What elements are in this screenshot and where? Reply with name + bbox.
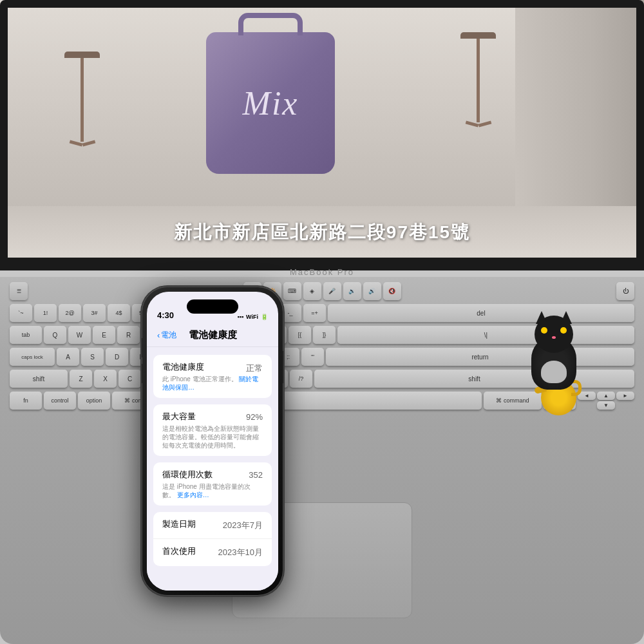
key-capslock[interactable]: caps lock [10, 348, 55, 366]
key-a[interactable]: A [57, 348, 79, 366]
key-x[interactable]: X [94, 370, 117, 388]
key-mic-off[interactable]: 🎤 [323, 282, 341, 300]
max-capacity-section: 最大容量 92% 這是相較於電池為全新狀態時測量的電池容量。較低的容量可能會縮短… [153, 404, 272, 456]
signal-icon: ▪▪▪ [238, 314, 244, 320]
iphone-screen: 4:30 ▪▪▪ WiFi 🔋 ‹ 電池 電池健康度 [147, 292, 278, 591]
key-mute[interactable]: 🔇 [383, 282, 401, 300]
manufacture-date-row: 製造日期 2023年7月 [153, 512, 272, 539]
cat-figurine [522, 312, 586, 390]
key-f4[interactable]: ◈ [303, 282, 321, 300]
volume-down-button[interactable] [142, 364, 142, 383]
key-3[interactable]: 3# [83, 304, 106, 322]
max-capacity-value: 92% [246, 412, 263, 422]
mix-bag: Mix [206, 32, 335, 174]
key-vol-up[interactable]: 🔊 [363, 282, 381, 300]
battery-health-desc: 此 iPhone 電池正常運作。 關於電池與保固… [162, 375, 263, 392]
key-w[interactable]: W [68, 326, 91, 344]
iphone-body: 4:30 ▪▪▪ WiFi 🔋 ‹ 電池 電池健康度 [142, 287, 283, 596]
key-4[interactable]: 4$ [108, 304, 130, 322]
key-f3[interactable]: ⌨ [283, 282, 301, 300]
key-arrow-down[interactable]: ▼ [597, 401, 615, 410]
dynamic-island [187, 299, 238, 314]
volume-up-button[interactable] [142, 338, 142, 357]
cycle-count-row: 循環使用次數 352 這是 iPhone 用盡電池容量的次數。 更多內容… [153, 462, 272, 506]
max-capacity-row: 最大容量 92% 這是相較於電池為全新狀態時測量的電池容量。較低的容量可能會縮短… [153, 404, 272, 456]
key-quote[interactable]: '" [301, 348, 324, 366]
first-use-value: 2023年10月 [218, 547, 263, 558]
key-command-right[interactable]: ⌘ command [484, 392, 542, 410]
key-backtick[interactable]: `~ [10, 304, 32, 322]
key-slash[interactable]: /? [290, 370, 312, 388]
address-text: 新北市新店區北新路二段97巷15號 [0, 220, 644, 245]
key-1[interactable]: 1! [34, 304, 57, 322]
key-arrow-right[interactable]: ► [616, 392, 634, 400]
key-return[interactable]: return [326, 348, 634, 366]
first-use-row: 首次使用 2023年10月 [153, 539, 272, 566]
key-delete[interactable]: del [328, 304, 634, 322]
battery-icon: 🔋 [261, 314, 268, 320]
key-bracket-right[interactable]: ]} [313, 326, 336, 344]
key-2[interactable]: 2@ [59, 304, 81, 322]
cycle-count-link[interactable]: 更多內容… [177, 491, 209, 498]
back-chevron: ‹ [157, 330, 160, 340]
key-e[interactable]: E [93, 326, 115, 344]
key-control[interactable]: control [44, 392, 76, 410]
store-stool-right [460, 32, 496, 126]
cycle-count-title: 循環使用次數 [162, 469, 263, 480]
key-hamburger[interactable]: ☰ [10, 282, 28, 300]
nav-bar: ‹ 電池 電池健康度 [147, 324, 278, 347]
dates-section: 製造日期 2023年7月 首次使用 2023年10月 [153, 512, 272, 566]
key-shift-left[interactable]: shift [10, 370, 68, 388]
back-label: 電池 [161, 330, 176, 341]
mix-logo-text: Mix [243, 84, 299, 122]
key-touchid[interactable]: ⏻ [616, 282, 634, 300]
key-shift-right[interactable]: shift [314, 370, 634, 388]
battery-health-row: 電池健康度 正常 此 iPhone 電池正常運作。 關於電池與保固… [153, 355, 272, 398]
iphone: 4:30 ▪▪▪ WiFi 🔋 ‹ 電池 電池健康度 [142, 287, 283, 596]
laptop-screen: Mix 新北市新店區北新路二段97巷15號 [0, 0, 644, 270]
status-time: 4:30 [157, 310, 174, 320]
battery-health-section: 電池健康度 正常 此 iPhone 電池正常運作。 關於電池與保固… [153, 355, 272, 398]
manufacture-date-value: 2023年7月 [223, 520, 263, 531]
key-r[interactable]: R [117, 326, 140, 344]
settings-content: 電池健康度 正常 此 iPhone 電池正常運作。 關於電池與保固… 最大容量 [147, 348, 278, 591]
nav-title: 電池健康度 [189, 329, 237, 341]
key-vol-down[interactable]: 🔉 [343, 282, 361, 300]
key-backslash[interactable]: \| [337, 326, 634, 344]
status-icons: ▪▪▪ WiFi 🔋 [238, 314, 269, 320]
battery-health-value: 正常 [246, 363, 263, 374]
cycle-count-desc: 這是 iPhone 用盡電池容量的次數。 更多內容… [162, 482, 263, 499]
key-d[interactable]: D [106, 348, 128, 366]
power-button[interactable] [283, 351, 283, 383]
max-capacity-desc: 這是相較於電池為全新狀態時測量的電池容量。較低的容量可能會縮短每次充電後的使用時… [162, 424, 263, 450]
key-fn[interactable]: fn [10, 392, 42, 410]
key-z[interactable]: Z [70, 370, 92, 388]
cycle-count-value: 352 [249, 470, 263, 480]
background-scene: Mix 新北市新店區北新路二段97巷15號 MacBook Pro [0, 0, 644, 644]
macbook-label: MacBook Pro [290, 267, 354, 277]
wifi-icon: WiFi [246, 314, 258, 320]
key-arrow-up[interactable]: ▲ [597, 392, 615, 400]
key-q[interactable]: Q [44, 326, 66, 344]
key-tab[interactable]: tab [10, 326, 42, 344]
nav-back-button[interactable]: ‹ 電池 [157, 330, 176, 341]
key-equal[interactable]: =+ [303, 304, 326, 322]
cycle-count-section: 循環使用次數 352 這是 iPhone 用盡電池容量的次數。 更多內容… [153, 462, 272, 506]
key-s[interactable]: S [81, 348, 104, 366]
key-bracket-left[interactable]: [{ [289, 326, 311, 344]
key-c[interactable]: C [118, 370, 141, 388]
store-stool-left [64, 52, 100, 145]
key-option-left[interactable]: option [78, 392, 110, 410]
